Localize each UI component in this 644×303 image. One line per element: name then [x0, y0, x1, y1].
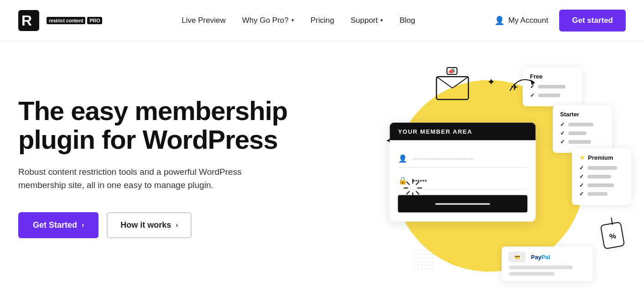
logo-icon: R	[18, 10, 39, 31]
checkmark-icon: ✓	[579, 165, 584, 171]
checkmark-icon: ✓	[560, 139, 565, 145]
header-right: 👤 My Account Get started	[494, 10, 626, 31]
check-line	[538, 85, 566, 89]
paypal-line-2	[509, 272, 555, 276]
get-started-button[interactable]: Get Started ›	[18, 212, 99, 238]
premium-pricing-card: ★ Premium ✓ ✓ ✓ ✓	[572, 148, 631, 205]
starter-pricing-card: Starter ✓ ✓ ✓	[553, 105, 612, 153]
my-account-link[interactable]: 👤 My Account	[494, 16, 548, 26]
svg-line-4	[452, 77, 468, 88]
checkmark-icon: ✓	[560, 121, 565, 128]
button-line	[436, 203, 490, 204]
member-area-card: YOUR MEMBER AREA 👤 ──────────── 🔒 ••••••	[390, 123, 536, 222]
envelope-megaphone: 📣	[434, 65, 475, 104]
check-line	[568, 140, 591, 144]
paypal-line	[509, 266, 573, 269]
username-field: 👤 ────────────	[398, 150, 528, 168]
chevron-down-icon: ▾	[380, 17, 383, 23]
check-row: ✓	[560, 139, 605, 145]
hero-illustration: ✦ ✦ ✦ 📣 ✈ YOUR MEMBER AREA 👤	[353, 53, 626, 291]
main-nav: Live Preview Why Go Pro?▾ Pricing Suppor…	[182, 16, 415, 25]
hero-title: The easy membership plugin for WordPress	[18, 97, 353, 154]
header-get-started-button[interactable]: Get started	[559, 10, 626, 31]
site-header: R restrict contentPRO Live Preview Why G…	[0, 0, 644, 41]
check-line	[568, 131, 587, 135]
username-placeholder: ────────────	[413, 155, 474, 162]
star-icon: ✦	[488, 77, 494, 87]
nav-blog[interactable]: Blog	[400, 16, 415, 25]
logo-text: restrict contentPRO	[45, 16, 102, 25]
svg-line-14	[416, 182, 419, 185]
check-row: ✓	[579, 165, 624, 171]
arrow-right-icon: ›	[82, 221, 84, 229]
check-line	[568, 123, 593, 126]
svg-marker-7	[530, 79, 535, 85]
check-row: ✓	[579, 173, 624, 180]
nav-why-go-pro[interactable]: Why Go Pro?▾	[242, 16, 294, 25]
paypal-card: 💳 PayPal	[502, 246, 593, 281]
discount-percent: %	[609, 232, 617, 240]
logo[interactable]: R restrict contentPRO	[18, 10, 102, 31]
check-line	[587, 175, 611, 178]
checkmark-icon: ✓	[579, 182, 584, 188]
svg-line-12	[406, 182, 410, 185]
curved-arrow	[505, 73, 542, 95]
premium-card-title: ★ Premium	[579, 154, 624, 161]
how-it-works-button[interactable]: How it works ›	[107, 212, 192, 238]
check-line	[587, 192, 608, 196]
member-card-header: YOUR MEMBER AREA	[390, 123, 536, 141]
megaphone-icon: 📣	[434, 65, 475, 102]
dot-pattern-2	[412, 249, 435, 272]
hero-left: The easy membership plugin for WordPress…	[18, 88, 353, 256]
checkmark-icon: ✓	[560, 130, 565, 136]
checkmark-icon: ✓	[579, 173, 584, 180]
nav-pricing[interactable]: Pricing	[311, 16, 334, 25]
starter-card-title: Starter	[560, 111, 605, 118]
arrow-right-icon: ›	[176, 221, 178, 229]
credit-card-icon: 💳	[509, 252, 525, 262]
hero-buttons: Get Started › How it works ›	[18, 212, 353, 238]
user-icon: 👤	[494, 16, 504, 26]
svg-line-15	[406, 191, 410, 194]
check-line	[587, 166, 617, 170]
checkmark-icon: ✓	[579, 191, 584, 197]
sparkle-decoration	[401, 177, 424, 201]
svg-line-3	[436, 77, 452, 88]
check-row: ✓	[579, 182, 624, 188]
nav-live-preview[interactable]: Live Preview	[182, 16, 225, 25]
check-row: ✓	[560, 121, 605, 128]
check-row: ✓	[579, 191, 624, 197]
chevron-down-icon: ▾	[291, 17, 294, 23]
paypal-logo: PayPal	[531, 254, 551, 261]
check-row: ✓	[560, 130, 605, 136]
hero-subtitle: Robust content restriction tools and a p…	[18, 165, 255, 192]
star-icon: ★	[579, 154, 585, 161]
svg-line-13	[416, 191, 419, 194]
user-field-icon: 👤	[398, 154, 407, 163]
sparkle-icon	[401, 177, 424, 199]
check-line	[587, 183, 614, 187]
hero-section: The easy membership plugin for WordPress…	[0, 41, 644, 303]
payment-icons-row: 💳 PayPal	[509, 252, 586, 262]
discount-tag: %	[600, 222, 625, 250]
svg-text:📣: 📣	[448, 67, 456, 75]
svg-text:R: R	[21, 12, 32, 29]
nav-support[interactable]: Support▾	[351, 16, 384, 25]
